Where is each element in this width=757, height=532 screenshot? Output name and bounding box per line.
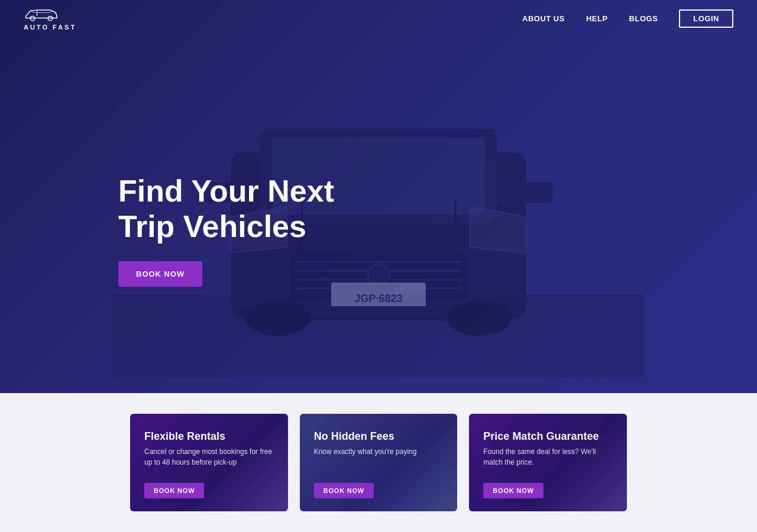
card-3-content: Price Match Guarantee Found the same dea…: [483, 430, 613, 498]
hero-title-line2: Trip Vehicles: [118, 209, 334, 245]
brand-name: AUTO FAST: [24, 24, 76, 31]
card-3-desc: Found the same deal for less? We'll matc…: [483, 446, 613, 468]
card-flexible-rentals: Flexible Rentals Cancel or change most b…: [130, 414, 288, 511]
card-3-text: Price Match Guarantee Found the same dea…: [483, 430, 613, 468]
nav-links: ABOUT US HELP BLOGS LOGIN: [522, 9, 733, 28]
card-no-hidden-fees: No Hidden Fees Know exactly what you're …: [300, 414, 458, 511]
card-2-content: No Hidden Fees Know exactly what you're …: [314, 430, 444, 498]
card-3-book-button[interactable]: BOOK NOW: [483, 483, 543, 498]
card-1-text: Flexible Rentals Cancel or change most b…: [144, 430, 274, 468]
navbar: AUTO FAST ABOUT US HELP BLOGS LOGIN: [0, 0, 757, 37]
logo-car-icon: [24, 6, 59, 22]
card-2-book-button[interactable]: BOOK NOW: [314, 483, 374, 498]
card-1-title: Flexible Rentals: [144, 430, 274, 443]
hero-title: Find Your Next Trip Vehicles: [118, 174, 334, 245]
card-2-text: No Hidden Fees Know exactly what you're …: [314, 430, 444, 457]
hero-overlay: [0, 0, 757, 393]
card-1-desc: Cancel or change most bookings for free …: [144, 446, 274, 468]
hero-content: Find Your Next Trip Vehicles BOOK NOW: [118, 174, 334, 287]
cards-section: Flexible Rentals Cancel or change most b…: [0, 393, 757, 532]
hero-section: JGP·6823 TEXAS AUTO FAST: [0, 0, 757, 393]
card-1-content: Flexible Rentals Cancel or change most b…: [144, 430, 274, 498]
login-button[interactable]: LOGIN: [679, 9, 733, 28]
card-1-book-button[interactable]: BOOK NOW: [144, 483, 204, 498]
hero-book-now-button[interactable]: BOOK NOW: [118, 261, 202, 287]
card-price-match: Price Match Guarantee Found the same dea…: [469, 414, 627, 511]
brand-logo[interactable]: AUTO FAST: [24, 6, 76, 31]
nav-help[interactable]: HELP: [586, 14, 608, 23]
card-2-desc: Know exactly what you're paying: [314, 446, 444, 457]
card-2-title: No Hidden Fees: [314, 430, 444, 443]
card-3-title: Price Match Guarantee: [483, 430, 613, 443]
nav-about-us[interactable]: ABOUT US: [522, 14, 565, 23]
nav-blogs[interactable]: BLOGS: [629, 14, 658, 23]
hero-title-line1: Find Your Next: [118, 174, 334, 209]
